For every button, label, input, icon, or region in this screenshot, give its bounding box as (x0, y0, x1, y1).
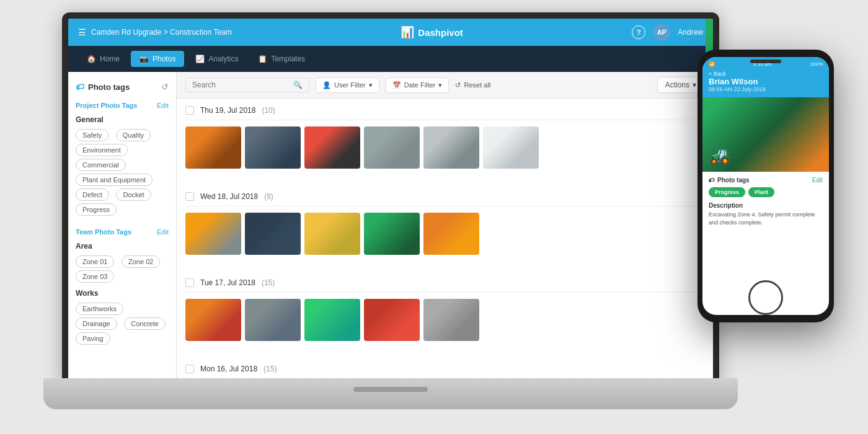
mobile-user-name: Brian Wilson (709, 77, 823, 86)
help-button[interactable]: ? (632, 25, 645, 39)
works-tags-container: Earthworks Drainage Concrete Paving (68, 300, 176, 347)
reset-all-button[interactable]: ↺ Reset all (455, 81, 490, 89)
tag-drainage[interactable]: Drainage (76, 317, 117, 330)
date-checkbox-tue17[interactable] (185, 278, 194, 287)
tag-safety[interactable]: Safety (76, 129, 108, 141)
tag-environment[interactable]: Environment (76, 144, 128, 156)
barchart-icon: 📊 (401, 25, 414, 39)
area-group-label: Area (68, 238, 176, 253)
mobile-back-button[interactable]: < Back (709, 71, 823, 77)
date-filter-button[interactable]: 📅 Date Filter ▾ (386, 78, 450, 93)
date-count-tue17: (15) (262, 278, 275, 287)
mobile-tag-progress[interactable]: Progress (709, 187, 745, 197)
tag-earthworks[interactable]: Earthworks (76, 303, 123, 315)
photo-thumb[interactable] (304, 299, 360, 341)
avatar: AP (653, 24, 670, 41)
date-checkbox-wed18[interactable] (185, 192, 194, 201)
photo-thumb[interactable] (245, 213, 301, 255)
reset-tags-icon[interactable]: ↺ (161, 82, 169, 92)
search-box[interactable]: 🔍 (185, 78, 309, 92)
tag-plant-equipment[interactable]: Plant and Equipment (76, 174, 153, 186)
date-checkbox-thu19[interactable] (185, 106, 194, 115)
laptop-device: ☰ Camden Rd Upgrade > Construction Team … (62, 12, 719, 422)
photo-thumb[interactable] (185, 299, 241, 341)
project-tags-edit[interactable]: Edit (157, 102, 169, 109)
mobile-battery: 100% (810, 61, 823, 67)
app-name: Dashpivot (418, 27, 463, 38)
photo-thumb[interactable] (245, 299, 301, 341)
nav-photos[interactable]: 📷 Photos (131, 51, 184, 67)
mobile-description-label: Description (709, 202, 823, 209)
user-filter-button[interactable]: 👤 User Filter ▾ (316, 78, 379, 93)
photos-grid-tue17 (185, 293, 704, 347)
photo-thumb[interactable] (304, 126, 360, 169)
photo-thumb[interactable] (364, 126, 420, 169)
tag-zone03[interactable]: Zone 03 (76, 270, 114, 283)
general-tags-container: Safety Quality Environment Commercial Pl… (68, 126, 176, 218)
tag-zone02[interactable]: Zone 02 (122, 255, 160, 268)
tag-paving[interactable]: Paving (76, 332, 110, 345)
date-label-wed18: Wed 18, Jul 2018 (200, 192, 258, 201)
photos-grid-wed18 (185, 206, 704, 261)
photo-thumb[interactable] (364, 213, 420, 255)
app-container: ☰ Camden Rd Upgrade > Construction Team … (68, 19, 713, 381)
scene: ☰ Camden Rd Upgrade > Construction Team … (0, 0, 868, 434)
nav-analytics[interactable]: 📈 Analytics (187, 51, 247, 67)
team-tags-label: Team Photo Tags (76, 228, 131, 236)
photo-thumb[interactable] (364, 299, 420, 341)
date-filter-label: Date Filter (404, 81, 436, 89)
photo-thumb[interactable] (304, 213, 360, 255)
nav-photos-label: Photos (153, 55, 175, 63)
photo-thumb[interactable] (483, 126, 539, 169)
tag-concrete[interactable]: Concrete (124, 317, 166, 330)
date-count-wed18: (8) (264, 192, 273, 201)
team-tags-edit[interactable]: Edit (157, 228, 169, 236)
nav-templates-label: Templates (271, 55, 305, 63)
photo-thumb[interactable] (423, 126, 479, 169)
photo-thumb[interactable] (185, 126, 241, 169)
mobile-photo-tags-row: 🏷 Photo tags Edit (709, 177, 823, 184)
hamburger-icon[interactable]: ☰ (78, 27, 86, 37)
tag-zone01[interactable]: Zone 01 (76, 255, 114, 268)
topbar-right: ? AP Andrew (632, 24, 703, 41)
sidebar-title: 🏷 Photo tags (76, 82, 130, 92)
mobile-photo[interactable]: 🚜 (702, 97, 829, 172)
reset-all-label: Reset all (464, 81, 490, 89)
sidebar-header: 🏷 Photo tags ↺ (68, 79, 176, 98)
date-checkbox-mon16[interactable] (185, 365, 194, 373)
photo-thumb[interactable] (423, 213, 479, 255)
search-input[interactable] (192, 81, 290, 89)
navbar: 🏠 Home 📷 Photos 📈 Analytics 📋 (68, 46, 713, 72)
date-section-tue17: Tue 17, Jul 2018 (15) (185, 271, 704, 347)
tag-docket[interactable]: Docket (116, 188, 151, 201)
nav-analytics-label: Analytics (208, 55, 238, 63)
photo-thumb[interactable] (185, 213, 241, 255)
tag-icon: 🏷 (76, 82, 84, 92)
tag-progress[interactable]: Progress (76, 203, 117, 216)
mobile-tags-row: Progress Plant (709, 187, 823, 197)
mobile-photo-tags-text: Photo tags (717, 177, 750, 184)
date-label-tue17: Tue 17, Jul 2018 (200, 278, 255, 287)
mobile-tag-plant[interactable]: Plant (748, 187, 774, 197)
nav-templates[interactable]: 📋 Templates (249, 51, 314, 67)
camera-icon: 📷 (140, 55, 149, 63)
date-section-thu19: Thu 19, Jul 2018 (10) (185, 99, 704, 175)
photo-thumb[interactable] (245, 126, 301, 169)
mobile-screen: 📶 9:30 am 100% < Back Brian Wilson 08:56… (702, 57, 829, 315)
date-section-mon16: Mon 16, Jul 2018 (15) (185, 357, 704, 379)
tag-defect[interactable]: Defect (76, 188, 109, 201)
photo-thumb[interactable] (423, 299, 479, 341)
mobile-status-bar: 📶 9:30 am 100% (702, 57, 829, 68)
nav-home[interactable]: 🏠 Home (78, 51, 128, 67)
mobile-photo-tags-label: 🏷 Photo tags (709, 177, 750, 184)
mobile-edit-link[interactable]: Edit (812, 177, 823, 184)
tag-quality[interactable]: Quality (116, 129, 151, 141)
tag-commercial[interactable]: Commercial (76, 159, 126, 171)
templates-icon: 📋 (258, 55, 267, 63)
filter-bar: 🔍 👤 User Filter ▾ 📅 Date Filter (177, 72, 713, 99)
topbar: ☰ Camden Rd Upgrade > Construction Team … (68, 19, 713, 46)
photo-area: Thu 19, Jul 2018 (10) (177, 99, 713, 381)
laptop-screen-border: ☰ Camden Rd Upgrade > Construction Team … (62, 12, 719, 384)
calendar-icon: 📅 (392, 81, 401, 89)
actions-chevron: ▾ (693, 81, 696, 89)
